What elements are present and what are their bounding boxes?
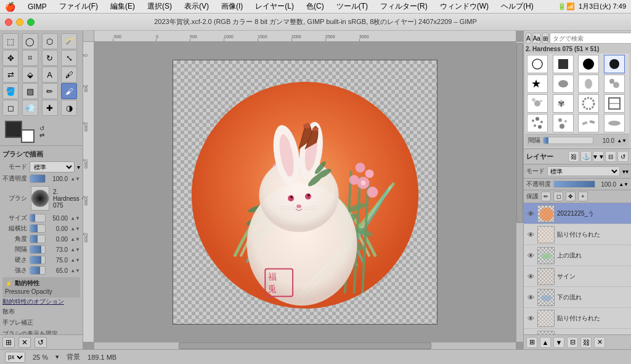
h-scroll-thumb[interactable] — [179, 342, 431, 349]
layers-merge-btn[interactable]: ▼▼ — [593, 151, 604, 162]
size-spin[interactable]: ▲▼ — [70, 216, 80, 221]
tool-fuzzy-select[interactable]: 🪄 — [61, 33, 77, 49]
tool-eraser[interactable]: ◻ — [2, 100, 18, 116]
brush-item-texture3[interactable] — [604, 94, 625, 113]
tool-bucket[interactable]: 🪣 — [2, 83, 18, 99]
layers-move-down-btn[interactable]: ▼ — [553, 337, 564, 348]
menu-view[interactable]: 表示(V) — [182, 1, 211, 12]
minimize-button[interactable] — [16, 18, 23, 26]
aspect-spin[interactable]: ▲▼ — [70, 226, 80, 232]
delete-btn[interactable]: ✕ — [18, 337, 31, 348]
mode-select[interactable]: 標準 — [30, 161, 75, 172]
brush-item-scatter1[interactable] — [527, 114, 548, 132]
layer-item-3[interactable]: 👁 上の流れ — [524, 245, 631, 266]
tool-flip[interactable]: ⇄ — [2, 67, 18, 83]
v-scroll-thumb[interactable] — [516, 43, 523, 223]
tool-clone[interactable]: 🖋 — [61, 67, 77, 83]
lock-alpha-btn[interactable]: ◻ — [553, 192, 563, 201]
spacing-spin[interactable]: ▲▼ — [70, 247, 80, 253]
brush-item-blob1[interactable] — [553, 75, 574, 93]
menu-color[interactable]: 色(C) — [304, 1, 327, 12]
layers-chain-bottom-btn[interactable]: ⛓ — [580, 337, 592, 348]
layer-eye-6[interactable]: 👁 — [526, 315, 535, 322]
tool-text[interactable]: A — [42, 67, 58, 83]
mode-chevron[interactable]: ▾ — [77, 164, 80, 171]
layers-mode-select[interactable]: 標準 — [547, 166, 620, 176]
layer-eye-1[interactable]: 👁 — [526, 210, 535, 217]
tool-ellipse-select[interactable]: ◯ — [22, 33, 38, 49]
brush-edit-icon[interactable]: ✏ — [82, 195, 83, 202]
layer-item-4[interactable]: 👁 サイン — [524, 266, 631, 287]
brush-item-scatter2[interactable] — [553, 114, 574, 132]
angle-spin[interactable]: ▲▼ — [70, 237, 80, 242]
layer-eye-3[interactable]: 👁 — [526, 252, 535, 259]
layers-duplicate-bottom-btn[interactable]: ⊟ — [567, 337, 578, 348]
menu-layer[interactable]: レイヤー(L) — [253, 1, 296, 12]
tool-pencil[interactable]: ✏ — [42, 83, 58, 99]
lock-pos-btn[interactable]: ✥ — [566, 192, 576, 201]
layers-refresh-btn[interactable]: ↺ — [617, 151, 629, 162]
opacity-slider[interactable] — [30, 174, 46, 183]
layers-chain-btn[interactable]: ⛓ — [568, 151, 579, 162]
menu-filters[interactable]: フィルター(R) — [378, 1, 430, 12]
brush-item-texture2[interactable] — [578, 94, 599, 113]
brush-item-star[interactable]: ★ — [527, 75, 548, 93]
lock-all-btn[interactable]: + — [578, 192, 588, 201]
brush-item-2[interactable] — [553, 55, 574, 73]
hardness-slider[interactable] — [30, 256, 46, 264]
force-slider[interactable] — [30, 266, 46, 275]
swatch-reset-icons[interactable]: ↺⇄ — [39, 125, 44, 139]
brushes-btn-2[interactable]: Aа — [532, 33, 541, 44]
menu-edit[interactable]: 編集(E) — [108, 1, 137, 12]
menu-file[interactable]: ファイル(F) — [57, 1, 100, 12]
tool-heal[interactable]: ✚ — [42, 100, 58, 116]
tool-crop[interactable]: ⌗ — [22, 50, 38, 66]
brushes-btn-1[interactable]: A — [526, 33, 531, 44]
size-slider[interactable] — [30, 214, 46, 222]
tool-airbrush[interactable]: 💨 — [22, 100, 38, 116]
layers-mode-chevron[interactable]: ▾▾ — [622, 168, 629, 175]
brush-item-scatter3[interactable] — [578, 114, 599, 132]
tool-paintbrush[interactable]: 🖌 — [61, 83, 77, 99]
menu-help[interactable]: ヘルプ(H) — [499, 1, 536, 12]
brush-spacing-spin[interactable]: ▲▼ — [617, 138, 627, 144]
brush-spacing-slider[interactable] — [543, 137, 593, 144]
menu-tools[interactable]: ツール(T) — [334, 1, 370, 12]
tool-gradient[interactable]: ▨ — [22, 83, 38, 99]
brush-item-scatter4[interactable] — [604, 114, 625, 132]
layer-item-1[interactable]: 👁 20221225_う — [524, 203, 631, 224]
reset-btn[interactable]: ↺ — [35, 337, 47, 348]
new-layer-btn[interactable]: ⊞ — [2, 337, 15, 348]
brush-item-blob2[interactable] — [578, 75, 599, 93]
close-button[interactable] — [5, 18, 12, 26]
layer-eye-5[interactable]: 👁 — [526, 294, 535, 301]
brush-item-splat[interactable] — [527, 94, 548, 113]
lock-pixels-btn[interactable]: ✏ — [541, 192, 551, 201]
horizontal-scrollbar[interactable] — [94, 342, 516, 349]
dynamics-options-link[interactable]: 動的特性のオプション — [2, 297, 80, 306]
menu-select[interactable]: 選択(S) — [145, 1, 174, 12]
tool-scale[interactable]: ⤡ — [61, 50, 77, 66]
aspect-slider[interactable] — [30, 224, 46, 233]
layers-delete-btn[interactable]: ✕ — [594, 337, 605, 348]
foreground-color[interactable] — [5, 121, 22, 138]
background-color[interactable] — [21, 129, 35, 143]
tool-dodge[interactable]: ◑ — [61, 100, 77, 116]
brush-item-texture1[interactable]: ✾ — [553, 94, 574, 113]
canvas-frame[interactable]: 福 兎 — [173, 60, 438, 325]
hardness-spin[interactable]: ▲▼ — [70, 257, 80, 263]
layers-anchor-btn[interactable]: ⚓ — [580, 151, 592, 162]
unit-select[interactable]: px — [5, 352, 25, 363]
brush-item-3[interactable] — [578, 55, 599, 73]
brush-preview[interactable] — [31, 186, 49, 211]
brush-item-selected[interactable] — [604, 55, 625, 73]
apple-menu-icon[interactable]: 🍎 — [5, 2, 15, 12]
menu-windows[interactable]: ウィンドウ(W) — [438, 1, 491, 12]
layer-item-5[interactable]: 👁 下の流れ — [524, 287, 631, 308]
spacing-slider[interactable] — [30, 245, 46, 254]
layers-new-btn[interactable]: ⊞ — [526, 337, 537, 348]
brushes-btn-3[interactable]: ⊞ — [542, 33, 548, 44]
tool-perspective[interactable]: ⬙ — [22, 67, 38, 83]
tool-free-select[interactable]: ⬡ — [42, 33, 58, 49]
tool-rect-select[interactable]: ⬚ — [2, 33, 18, 49]
